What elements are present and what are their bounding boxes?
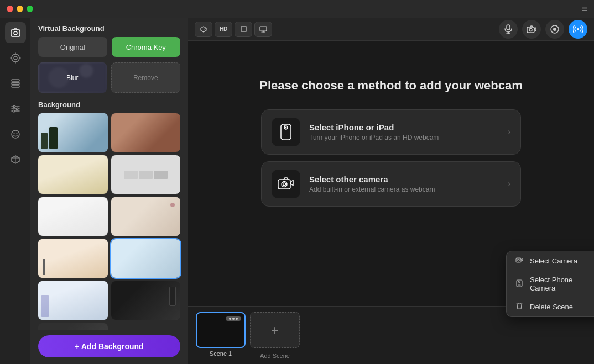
svg-rect-27: [527, 27, 534, 33]
scene-item-1[interactable]: Scene 1: [196, 312, 246, 357]
background-section-title: Background: [30, 98, 188, 113]
select-iphone-option[interactable]: Select iPhone or iPad Turn your iPhone o…: [261, 109, 521, 155]
toolbar-left: HD: [195, 22, 272, 37]
sidebar-item-settings[interactable]: [5, 98, 26, 119]
background-thumb-2[interactable]: [111, 113, 181, 152]
context-menu: Select Camera Select Phone Camera: [506, 251, 594, 317]
microphone-button[interactable]: [499, 20, 518, 39]
stream-button[interactable]: [569, 20, 587, 39]
toolbar-crop-button[interactable]: [235, 22, 252, 37]
sidebar-item-camera[interactable]: [5, 22, 26, 43]
delete-scene-label: Delete Scene: [530, 303, 573, 311]
context-menu-delete-scene[interactable]: Delete Scene: [507, 297, 594, 316]
add-scene-item-wrapper[interactable]: + Add Scene: [250, 312, 300, 359]
add-scene-button[interactable]: +: [250, 312, 300, 348]
toolbar: HD: [188, 18, 594, 41]
background-thumb-6[interactable]: [111, 197, 181, 236]
background-thumb-1[interactable]: [38, 113, 108, 152]
svg-point-14: [13, 105, 15, 108]
chroma-key-filter-button[interactable]: Chroma Key: [112, 37, 181, 57]
sidebar-item-effects[interactable]: [5, 48, 26, 68]
svg-point-15: [16, 108, 18, 110]
svg-point-28: [529, 28, 532, 31]
scene-dots[interactable]: [226, 316, 241, 321]
minimize-button[interactable]: [17, 6, 23, 12]
filter-buttons: Original Chroma Key: [30, 37, 188, 62]
scene-label-1: Scene 1: [210, 350, 232, 357]
blur-filter-thumb[interactable]: Blur: [38, 62, 107, 93]
svg-rect-10: [12, 86, 19, 87]
svg-rect-0: [11, 30, 20, 36]
delete-scene-icon: [514, 302, 524, 312]
traffic-lights: [7, 6, 33, 12]
camera-option-title: Select other camera: [309, 175, 499, 184]
remove-filter-thumb[interactable]: Remove: [111, 62, 181, 93]
select-phone-camera-icon: [514, 279, 524, 289]
add-background-button[interactable]: + Add Background: [38, 335, 180, 357]
blur-label: Blur: [66, 74, 78, 82]
svg-point-30: [553, 28, 556, 31]
camera-option-arrow: ›: [508, 179, 510, 189]
svg-point-19: [16, 133, 17, 134]
icon-sidebar: [0, 18, 30, 364]
toolbar-display-button[interactable]: [254, 22, 272, 37]
svg-point-17: [12, 130, 19, 138]
select-camera-label: Select Camera: [530, 257, 577, 265]
background-thumb-10[interactable]: [111, 281, 181, 320]
iphone-option-text: Select iPhone or iPad Turn your iPhone o…: [309, 123, 499, 141]
scene-thumb-1[interactable]: [196, 312, 246, 348]
menu-icon[interactable]: ≡: [581, 3, 587, 15]
iphone-option-title: Select iPhone or iPad: [309, 123, 499, 132]
toolbar-hd-button[interactable]: HD: [215, 22, 232, 37]
context-menu-select-phone-camera[interactable]: Select Phone Camera: [507, 271, 594, 297]
svg-point-42: [518, 281, 520, 282]
original-filter-button[interactable]: Original: [38, 37, 107, 57]
add-icon: +: [271, 323, 279, 338]
background-thumb-5[interactable]: [38, 197, 108, 236]
close-button[interactable]: [7, 6, 13, 12]
svg-point-31: [577, 28, 579, 30]
select-camera-option[interactable]: Select other camera Add built-in or exte…: [261, 161, 521, 207]
background-thumb-9[interactable]: [38, 281, 108, 320]
remove-label: Remove: [133, 74, 158, 82]
sidebar-item-cube[interactable]: [5, 149, 26, 170]
iphone-option-arrow: ›: [508, 127, 510, 137]
panel: Virtual Background Original Chroma Key B…: [30, 18, 188, 364]
camera-option-subtitle: Add built-in or external camera as webca…: [309, 186, 499, 193]
background-thumb-4[interactable]: [111, 155, 181, 194]
iphone-icon: [272, 118, 300, 146]
maximize-button[interactable]: [27, 6, 33, 12]
background-thumb-7[interactable]: [38, 239, 108, 278]
svg-point-37: [282, 182, 287, 187]
svg-rect-22: [241, 27, 246, 31]
dot-1: [229, 318, 231, 320]
background-thumb-11[interactable]: [38, 323, 108, 330]
sidebar-item-face[interactable]: [5, 124, 26, 145]
background-thumb-3[interactable]: [38, 155, 108, 194]
svg-rect-32: [281, 124, 291, 140]
svg-rect-8: [12, 80, 19, 81]
sidebar-item-layers[interactable]: [5, 73, 26, 94]
title-bar: ≡: [0, 0, 594, 18]
context-menu-select-camera[interactable]: Select Camera: [507, 251, 594, 271]
svg-point-40: [518, 259, 520, 261]
svg-point-2: [12, 54, 19, 62]
other-camera-icon: [272, 170, 300, 198]
svg-rect-24: [507, 25, 510, 30]
svg-point-16: [13, 110, 15, 112]
svg-point-34: [285, 127, 287, 129]
select-camera-icon: [514, 256, 524, 266]
background-grid: [30, 113, 188, 330]
main-layout: Virtual Background Original Chroma Key B…: [0, 18, 594, 364]
background-thumb-8[interactable]: [111, 239, 181, 278]
svg-point-35: [284, 125, 285, 126]
record-button[interactable]: [545, 20, 564, 39]
toolbar-switch-button[interactable]: [195, 22, 212, 37]
filter-row: Blur Remove: [30, 62, 188, 98]
camera-toolbar-button[interactable]: [522, 20, 541, 39]
svg-point-38: [283, 183, 286, 186]
svg-rect-9: [12, 83, 19, 85]
dot-2: [232, 318, 235, 320]
webcam-prompt-title: Please choose a method to add your webca…: [259, 78, 523, 93]
camera-option-text: Select other camera Add built-in or exte…: [309, 175, 499, 193]
